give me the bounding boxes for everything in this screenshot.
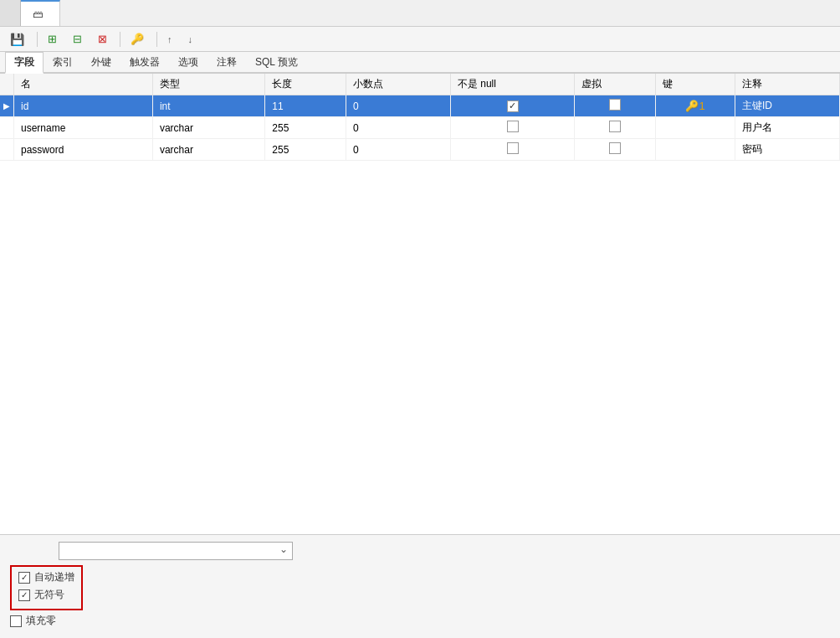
- field-type-2[interactable]: varchar: [152, 139, 264, 161]
- field-notnull-0[interactable]: [450, 95, 575, 117]
- notnull-checkbox-0[interactable]: [507, 100, 519, 112]
- bottom-panel: 自动递增无符号填充零: [0, 534, 840, 638]
- primary-key-button[interactable]: 🔑: [125, 31, 151, 47]
- checkbox-row-1: 无符号: [18, 588, 74, 602]
- field-name-2[interactable]: password: [14, 139, 153, 161]
- sub-tab-5[interactable]: 注释: [207, 52, 246, 72]
- virtual-checkbox-1[interactable]: [609, 121, 621, 132]
- main-content: 名 类型 长度 小数点 不是 null 虚拟 键 注释 ▶idint110🔑1主…: [0, 74, 840, 638]
- key-indicator-0: 🔑1: [685, 100, 704, 112]
- highlighted-checkboxes-group: 自动递增无符号: [10, 565, 83, 610]
- field-length-2[interactable]: 255: [265, 139, 346, 161]
- row-arrow-0: ▶: [0, 95, 14, 117]
- sub-tab-0[interactable]: 字段: [5, 52, 44, 74]
- field-decimal-1[interactable]: 0: [346, 117, 450, 139]
- field-name-1[interactable]: username: [14, 117, 153, 139]
- field-virtual-1[interactable]: [575, 117, 656, 139]
- sub-tabs: 字段索引外键触发器选项注释SQL 预览: [0, 52, 840, 74]
- table-row[interactable]: ▶idint110🔑1主键ID: [0, 95, 840, 117]
- save-icon: 💾: [10, 33, 24, 46]
- row-arrow-2: [0, 139, 14, 161]
- default-select[interactable]: [59, 542, 293, 560]
- checkbox-0[interactable]: [18, 572, 30, 584]
- insert-field-icon: ⊟: [73, 33, 82, 45]
- field-comment-0: 主键ID: [735, 95, 839, 117]
- key-icon: 🔑: [131, 33, 144, 45]
- field-comment-1: 用户名: [735, 117, 839, 139]
- table-row[interactable]: usernamevarchar2550用户名: [0, 117, 840, 139]
- sub-tab-1[interactable]: 索引: [44, 52, 82, 72]
- checkbox-1[interactable]: [18, 589, 30, 601]
- field-virtual-0[interactable]: [575, 95, 656, 117]
- add-field-icon: ⊞: [48, 33, 57, 45]
- tab-table-active[interactable]: 🗃: [21, 0, 60, 26]
- toolbar-separator-1: [37, 32, 38, 47]
- field-type-0[interactable]: int: [152, 95, 264, 117]
- virtual-checkbox-2[interactable]: [609, 142, 621, 154]
- checkbox-label-2: 填充零: [26, 614, 56, 628]
- checkboxes-container: 自动递增无符号填充零: [10, 565, 830, 628]
- field-virtual-2[interactable]: [575, 139, 656, 161]
- col-virtual: 虚拟: [575, 74, 656, 95]
- checkbox-label-0: 自动递增: [34, 570, 74, 584]
- row-arrow-1: [0, 117, 14, 139]
- field-key-2: [656, 139, 735, 161]
- move-down-icon: ↓: [188, 34, 193, 44]
- sub-tab-2[interactable]: 外键: [82, 52, 120, 72]
- table-header-row: 名 类型 长度 小数点 不是 null 虚拟 键 注释: [0, 74, 840, 95]
- field-type-1[interactable]: varchar: [152, 117, 264, 139]
- checkbox-row-2: 填充零: [10, 614, 830, 628]
- field-table: 名 类型 长度 小数点 不是 null 虚拟 键 注释 ▶idint110🔑1主…: [0, 74, 840, 534]
- field-decimal-2[interactable]: 0: [346, 139, 450, 161]
- toolbar-separator-2: [120, 32, 120, 47]
- checkbox-row-0: 自动递增: [18, 570, 74, 584]
- toolbar: 💾 ⊞ ⊟ ⊠ 🔑 ↑ ↓: [0, 27, 840, 52]
- col-type: 类型: [152, 74, 264, 95]
- sub-tab-4[interactable]: 选项: [169, 52, 207, 72]
- move-up-button[interactable]: ↑: [162, 33, 180, 46]
- field-length-0[interactable]: 11: [265, 95, 346, 117]
- default-row: [10, 542, 830, 560]
- field-comment-2: 密码: [735, 139, 839, 161]
- tab-objects[interactable]: [0, 0, 21, 26]
- add-field-button[interactable]: ⊞: [43, 31, 64, 47]
- field-key-0: 🔑1: [656, 95, 735, 117]
- field-notnull-1[interactable]: [450, 117, 575, 139]
- checkbox-label-1: 无符号: [34, 588, 64, 602]
- field-decimal-0[interactable]: 0: [346, 95, 450, 117]
- table-row[interactable]: passwordvarchar2550密码: [0, 139, 840, 161]
- sub-tab-6[interactable]: SQL 预览: [246, 52, 307, 72]
- col-arrow: [0, 74, 14, 95]
- col-key: 键: [656, 74, 735, 95]
- title-bar: 🗃: [0, 0, 840, 27]
- virtual-checkbox-0[interactable]: [609, 99, 621, 111]
- delete-field-icon: ⊠: [98, 33, 107, 45]
- delete-field-button[interactable]: ⊠: [93, 31, 115, 47]
- fields-table: 名 类型 长度 小数点 不是 null 虚拟 键 注释 ▶idint110🔑1主…: [0, 74, 840, 161]
- field-name-0[interactable]: id: [14, 95, 153, 117]
- default-select-wrapper: [59, 542, 293, 560]
- checkbox-2[interactable]: [10, 615, 22, 627]
- col-not-null: 不是 null: [450, 74, 575, 95]
- table-icon: 🗃: [31, 8, 44, 21]
- sub-tab-3[interactable]: 触发器: [120, 52, 169, 72]
- insert-field-button[interactable]: ⊟: [68, 31, 90, 47]
- save-button[interactable]: 💾: [5, 31, 32, 48]
- col-length: 长度: [265, 74, 346, 95]
- field-key-1: [656, 117, 735, 139]
- col-name: 名: [14, 74, 153, 95]
- field-length-1[interactable]: 255: [265, 117, 346, 139]
- col-comment: 注释: [735, 74, 839, 95]
- field-notnull-2[interactable]: [450, 139, 575, 161]
- move-down-button[interactable]: ↓: [183, 33, 201, 46]
- move-up-icon: ↑: [167, 34, 172, 44]
- notnull-checkbox-2[interactable]: [507, 142, 519, 154]
- notnull-checkbox-1[interactable]: [507, 121, 519, 132]
- col-decimal: 小数点: [346, 74, 450, 95]
- toolbar-separator-3: [156, 32, 157, 47]
